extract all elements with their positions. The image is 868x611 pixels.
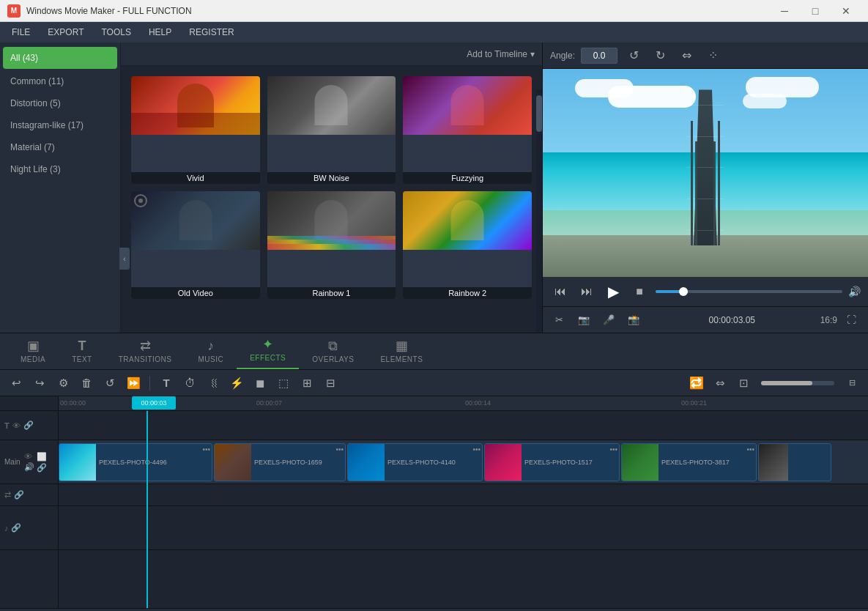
- menu-tools[interactable]: TOOLS: [92, 22, 139, 42]
- tab-overlays[interactable]: ⧉ OVERLAYS: [299, 334, 367, 369]
- playhead-indicator: 00:00:03: [132, 396, 176, 410]
- clip-pexels-1659[interactable]: PEXELS-PHOTO-1659 •••: [214, 443, 346, 481]
- minimize-button[interactable]: ─: [770, 0, 799, 22]
- clip-name-1659: PEXELS-PHOTO-1659: [251, 459, 325, 466]
- main-track-row: PEXELS-PHOTO-4496 ••• PEXELS-PHOTO-1659 …: [59, 440, 868, 484]
- menubar: FILE EXPORT TOOLS HELP REGISTER: [0, 22, 868, 42]
- filter-material[interactable]: Material (7): [0, 136, 120, 158]
- camera-tool-button[interactable]: 📷: [574, 310, 594, 330]
- tab-effects[interactable]: ✦ EFFECTS: [237, 332, 299, 369]
- clip-menu-4496[interactable]: •••: [202, 445, 210, 453]
- loop-button[interactable]: 🔁: [686, 373, 707, 393]
- main-track-edit[interactable]: ⬜: [37, 452, 47, 462]
- zoom-slider[interactable]: [761, 381, 834, 385]
- menu-help[interactable]: HELP: [140, 22, 180, 42]
- text-track-link[interactable]: 🔗: [23, 421, 34, 430]
- more-options-button[interactable]: ⁘: [702, 45, 723, 66]
- menu-file[interactable]: FILE: [3, 22, 39, 42]
- volume-button[interactable]: 🔊: [848, 286, 861, 297]
- effect-vivid[interactable]: Vivid: [131, 76, 260, 184]
- tab-music[interactable]: ♪ MUSIC: [185, 334, 237, 369]
- clip-pexels-1517[interactable]: PEXELS-PHOTO-1517 •••: [484, 443, 620, 481]
- text-button[interactable]: T: [156, 373, 177, 393]
- split2-button[interactable]: ⊡: [733, 373, 754, 393]
- tab-elements-label: ELEMENTS: [380, 355, 423, 363]
- play-button[interactable]: ▶: [603, 281, 623, 302]
- clip-menu-3817[interactable]: •••: [746, 445, 754, 453]
- clip-pexels-4496[interactable]: PEXELS-PHOTO-4496 •••: [59, 443, 212, 481]
- main-track-link[interactable]: 🔗: [37, 463, 47, 473]
- main-track-eye[interactable]: 👁: [24, 452, 34, 461]
- flip-button[interactable]: ⇔: [676, 45, 697, 66]
- main-track-label: Main: [4, 458, 21, 466]
- timer-button[interactable]: ⏱: [179, 373, 200, 393]
- clip-pexels-4140[interactable]: PEXELS-PHOTO-4140 •••: [347, 443, 483, 481]
- effect-bwnoise[interactable]: BW Noise: [267, 76, 396, 184]
- skip-start-button[interactable]: ⏮: [550, 281, 571, 302]
- angle-input[interactable]: [581, 48, 617, 64]
- clip-menu-4140[interactable]: •••: [472, 445, 481, 453]
- effect-oldvideo-label: Old Video: [131, 287, 260, 299]
- tab-media-label: MEDIA: [21, 355, 45, 363]
- motion-button[interactable]: ⚡: [226, 373, 247, 393]
- cut-tool-button[interactable]: ✂: [549, 310, 569, 330]
- undo-button[interactable]: ↩: [6, 373, 26, 393]
- music-track-header: ♪ 🔗: [0, 506, 58, 550]
- track-headers: T 👁 🔗 Main 👁 🔊 ⬜ 🔗: [0, 411, 59, 608]
- text-track-eye[interactable]: 👁: [12, 421, 21, 430]
- extra-track-link[interactable]: 🔗: [14, 490, 24, 500]
- filter-instagram[interactable]: Instagram-like (17): [0, 114, 120, 136]
- maximize-button[interactable]: □: [801, 0, 830, 22]
- music-track-link[interactable]: 🔗: [11, 523, 21, 533]
- titlebar: M Windows Movie Maker - FULL FUNCTION ─ …: [0, 0, 868, 22]
- split-button[interactable]: ⧛: [203, 373, 223, 393]
- effect-oldvideo[interactable]: Old Video: [131, 191, 260, 299]
- rotate-left-button[interactable]: ↺: [623, 45, 644, 66]
- filter-all[interactable]: All (43): [3, 47, 117, 69]
- transform-button[interactable]: ⊞: [297, 373, 317, 393]
- shape-button[interactable]: ◼: [250, 373, 270, 393]
- tab-transitions[interactable]: ⇄ TRANSITIONS: [105, 333, 185, 369]
- timeline-toolbar: ↩ ↪ ⚙ 🗑 ↺ ⏩ T ⏱ ⧛ ⚡ ◼ ⬚ ⊞ ⊟ 🔁 ⇔ ⊡ ⊟: [0, 370, 868, 396]
- filter-nightlife[interactable]: Night Life (3): [0, 158, 120, 180]
- tab-elements[interactable]: ▦ ELEMENTS: [367, 333, 436, 369]
- effect-rainbow1[interactable]: Rainbow 1: [267, 191, 396, 299]
- tab-media[interactable]: ▣ MEDIA: [7, 333, 59, 369]
- stop-button[interactable]: ■: [629, 281, 650, 302]
- clip-name-1517: PEXELS-PHOTO-1517: [522, 459, 596, 466]
- snapshot-tool-button[interactable]: 📸: [623, 310, 644, 330]
- panel-collapse-button[interactable]: ‹: [119, 248, 130, 270]
- clip-menu-1517[interactable]: •••: [609, 445, 617, 453]
- grid-button[interactable]: ⊟: [320, 373, 341, 393]
- rotate-right-button[interactable]: ↻: [650, 45, 670, 66]
- link-button[interactable]: ⇔: [710, 373, 730, 393]
- menu-register[interactable]: REGISTER: [180, 22, 242, 42]
- skip-back-button[interactable]: ⏭: [576, 281, 597, 302]
- crop-button[interactable]: ⬚: [273, 373, 294, 393]
- clip-dark[interactable]: [758, 443, 831, 481]
- settings-button[interactable]: ⚙: [53, 373, 73, 393]
- speed-button[interactable]: ⏩: [123, 373, 144, 393]
- delete-button[interactable]: 🗑: [76, 373, 97, 393]
- ruler-mark-14: 00:00:14: [465, 399, 491, 407]
- clip-menu-1659[interactable]: •••: [335, 445, 344, 453]
- redo-button[interactable]: ↪: [29, 373, 50, 393]
- progress-bar[interactable]: [656, 290, 842, 293]
- add-to-timeline-button[interactable]: Add to Timeline ▾: [467, 49, 535, 59]
- effects-scrollbar[interactable]: [536, 89, 542, 333]
- tab-text[interactable]: T TEXT: [59, 334, 105, 369]
- filter-distortion[interactable]: Distortion (5): [0, 92, 120, 114]
- clip-pexels-3817[interactable]: PEXELS-PHOTO-3817 •••: [621, 443, 757, 481]
- close-button[interactable]: ✕: [831, 0, 861, 22]
- main-track-header: Main 👁 🔊 ⬜ 🔗: [0, 440, 58, 484]
- fullscreen-button[interactable]: ⛶: [842, 310, 862, 330]
- zoom-out-button[interactable]: ⊟: [842, 373, 862, 393]
- menu-export[interactable]: EXPORT: [39, 22, 92, 42]
- detach-button[interactable]: ↺: [100, 373, 120, 393]
- main-track-vol[interactable]: 🔊: [24, 462, 34, 472]
- main-area: All (43) Common (11) Distortion (5) Inst…: [0, 42, 868, 333]
- mic-tool-button[interactable]: 🎤: [598, 310, 619, 330]
- effect-fuzzying[interactable]: Fuzzying: [403, 76, 532, 184]
- filter-common[interactable]: Common (11): [0, 70, 120, 92]
- effect-rainbow2[interactable]: Rainbow 2: [403, 191, 532, 299]
